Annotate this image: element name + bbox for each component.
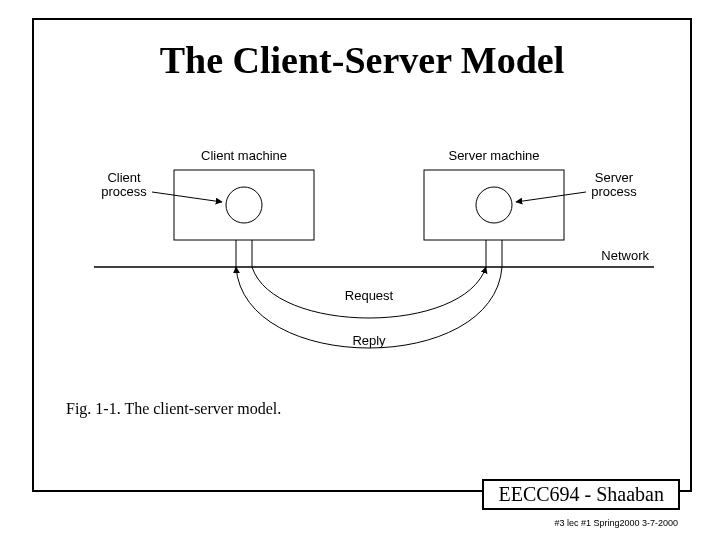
svg-point-2	[226, 187, 262, 223]
figure-caption: Fig. 1-1. The client-server model.	[66, 400, 281, 418]
svg-text:process: process	[591, 184, 637, 199]
svg-rect-1	[424, 170, 564, 240]
svg-text:Server machine: Server machine	[448, 148, 539, 163]
svg-line-5	[516, 192, 586, 202]
svg-text:Server: Server	[595, 170, 634, 185]
client-server-diagram: Client machine Server machine Client pro…	[94, 130, 654, 360]
svg-text:Client machine: Client machine	[201, 148, 287, 163]
diagram-svg: Client machine Server machine Client pro…	[94, 130, 654, 360]
svg-text:process: process	[101, 184, 147, 199]
svg-text:Network: Network	[601, 248, 649, 263]
svg-rect-0	[174, 170, 314, 240]
svg-point-3	[476, 187, 512, 223]
svg-text:Request: Request	[345, 288, 394, 303]
footer-smallprint: #3 lec #1 Spring2000 3-7-2000	[554, 518, 678, 528]
svg-line-4	[152, 192, 222, 202]
svg-text:Reply: Reply	[352, 333, 386, 348]
svg-text:Client: Client	[107, 170, 141, 185]
footer-badge: EECC694 - Shaaban	[482, 479, 680, 510]
page-title: The Client-Server Model	[34, 38, 690, 82]
